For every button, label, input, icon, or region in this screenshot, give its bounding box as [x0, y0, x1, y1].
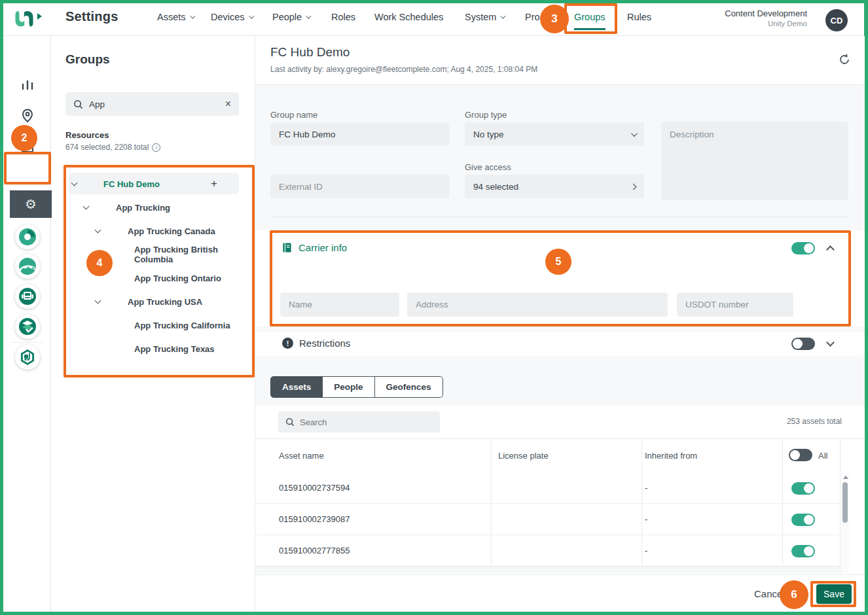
- asset-row-toggle[interactable]: [791, 545, 815, 557]
- nav-item[interactable]: Pro: [525, 12, 540, 22]
- nav-item[interactable]: Rules: [627, 12, 651, 22]
- app-layers-icon[interactable]: [3, 314, 51, 339]
- give-access-field[interactable]: 94 selected: [465, 175, 644, 198]
- info-icon[interactable]: i: [152, 143, 160, 152]
- group-name-field[interactable]: FC Hub Demo: [270, 122, 449, 146]
- detail-tabs: Assets People Geofences: [270, 376, 443, 398]
- carrier-info-header[interactable]: Carrier info: [281, 242, 347, 253]
- carrier-usdot-placeholder: USDOT number: [685, 300, 749, 309]
- asset-row-toggle[interactable]: [791, 514, 815, 526]
- app-truck-icon[interactable]: [3, 284, 51, 309]
- annotation-badge-3: 3: [540, 5, 569, 33]
- top-bar: Settings Assets Devices People Roles Wor…: [3, 3, 864, 36]
- user-info[interactable]: Content Development Unity Demo: [725, 9, 807, 27]
- map-location-pin-icon[interactable]: [3, 108, 51, 124]
- tree-item[interactable]: FC Hub Demo +: [63, 172, 255, 196]
- nav-item-label: System: [465, 12, 496, 22]
- chevron-down-icon: [501, 13, 506, 18]
- clear-search-icon[interactable]: ×: [225, 99, 231, 109]
- app-forklift-icon[interactable]: [3, 345, 51, 370]
- table-row[interactable]: 015910002777855 -: [255, 535, 840, 567]
- tree-item-label: App Trucking British Columbia: [134, 245, 255, 264]
- chevron-down-icon: [190, 13, 195, 18]
- nav-item[interactable]: Roles: [331, 12, 355, 22]
- nav-item[interactable]: Assets: [157, 12, 194, 22]
- chevron-down-icon[interactable]: [95, 298, 101, 304]
- user-org-name: Content Development: [725, 9, 807, 18]
- column-inherited-from: Inherited from: [645, 451, 697, 461]
- gear-icon: ⚙: [25, 196, 37, 212]
- nav-item[interactable]: Groups: [574, 12, 606, 22]
- user-environment: Unity Demo: [725, 20, 807, 27]
- annotation-badge-4: 4: [86, 250, 113, 276]
- page-title: Settings: [65, 9, 118, 24]
- asset-row-toggle[interactable]: [791, 482, 815, 495]
- nav-item[interactable]: Work Schedules: [374, 12, 443, 22]
- add-group-button[interactable]: +: [206, 176, 222, 192]
- tree-item[interactable]: App Trucking California: [63, 313, 255, 337]
- avatar[interactable]: CD: [825, 9, 848, 31]
- external-id-field[interactable]: External ID: [270, 175, 449, 198]
- give-access-value: 94 selected: [473, 182, 518, 192]
- chevron-down-icon[interactable]: [95, 227, 101, 234]
- carrier-name-placeholder: Name: [289, 300, 312, 309]
- tree-item[interactable]: App Trucking Texas: [63, 337, 255, 360]
- groups-search-input[interactable]: [89, 99, 225, 109]
- carrier-name-field[interactable]: Name: [280, 292, 399, 317]
- dashboard-bar-chart-icon[interactable]: [3, 77, 51, 93]
- nav-item[interactable]: People: [272, 12, 310, 22]
- tree-item-label: App Trucking USA: [128, 297, 202, 307]
- carrier-address-placeholder: Address: [416, 300, 448, 309]
- annotation-badge-6: 6: [780, 580, 808, 609]
- nav-item-label: Roles: [331, 12, 355, 22]
- tab[interactable]: People: [322, 376, 374, 398]
- refresh-icon[interactable]: [838, 53, 852, 67]
- settings-gear-item[interactable]: ⚙: [10, 190, 52, 218]
- tree-item[interactable]: App Trucking USA: [63, 290, 255, 313]
- save-button[interactable]: Save: [816, 584, 852, 604]
- table-row[interactable]: 015910002737594 -: [255, 472, 840, 504]
- resources-count: 674 selected, 2208 total: [65, 143, 149, 152]
- groups-search[interactable]: ×: [65, 92, 239, 116]
- tree-item[interactable]: App Trucking: [63, 196, 255, 219]
- app-road-icon[interactable]: [3, 254, 51, 279]
- table-row-partial: [255, 567, 840, 573]
- nav-item[interactable]: Devices: [211, 12, 253, 22]
- annotation-badge-5: 5: [545, 249, 571, 275]
- restrictions-header[interactable]: ! Restrictions: [282, 338, 350, 349]
- tree-item-label: App Trucking Canada: [128, 226, 215, 236]
- carrier-info-toggle[interactable]: [791, 242, 815, 255]
- give-access-label: Give access: [465, 162, 511, 172]
- group-type-select[interactable]: No type: [465, 122, 644, 146]
- nav-item[interactable]: System: [465, 12, 504, 22]
- carrier-usdot-field[interactable]: USDOT number: [677, 292, 793, 317]
- nav-item-label: Devices: [211, 12, 245, 22]
- tree-item[interactable]: App Trucking Canada: [63, 219, 255, 243]
- description-field[interactable]: Description: [661, 122, 848, 200]
- table-row[interactable]: 015910002739087 -: [255, 504, 840, 535]
- tab[interactable]: Assets: [270, 376, 323, 398]
- unity-logo[interactable]: [13, 8, 52, 33]
- asset-name-cell: 015910002739087: [279, 514, 350, 524]
- chevron-down-icon[interactable]: [83, 203, 90, 210]
- tree-item-label: App Trucking Ontario: [134, 273, 221, 283]
- all-assets-toggle[interactable]: [789, 449, 812, 461]
- carrier-address-field[interactable]: Address: [407, 292, 668, 317]
- tab-label: Assets: [282, 382, 311, 392]
- sidebar-expand-icon[interactable]: [37, 13, 42, 20]
- scroll-up-icon[interactable]: [843, 476, 848, 479]
- tab[interactable]: Geofences: [374, 376, 443, 398]
- chevron-down-icon: [306, 13, 311, 18]
- nav-item-label: People: [272, 12, 302, 22]
- resources-label: Resources: [65, 130, 109, 140]
- assets-search-input[interactable]: [300, 417, 433, 427]
- table-scrollbar[interactable]: [841, 473, 849, 573]
- nav-item-label: Work Schedules: [374, 12, 443, 22]
- app-shutter-icon[interactable]: [3, 224, 51, 249]
- nav-item-label: Pro: [525, 12, 540, 22]
- column-divider: [840, 439, 841, 573]
- detail-header: [255, 36, 865, 85]
- scrollbar-thumb[interactable]: [842, 482, 848, 523]
- restrictions-toggle[interactable]: [791, 338, 815, 350]
- assets-search[interactable]: [278, 412, 440, 432]
